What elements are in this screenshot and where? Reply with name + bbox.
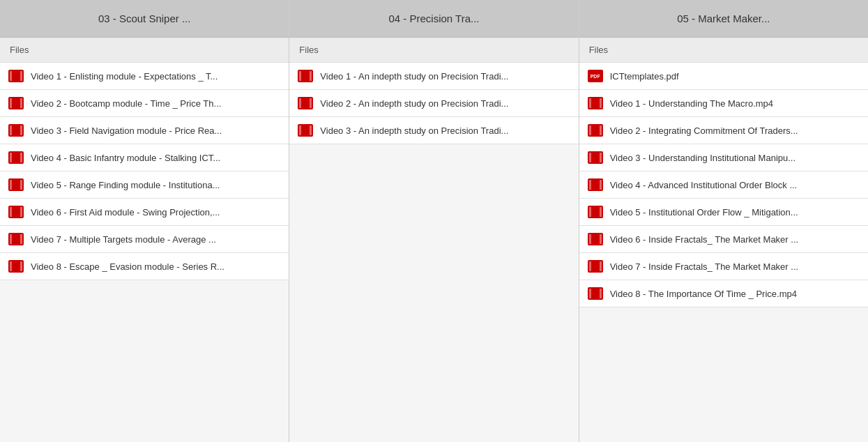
video-icon bbox=[8, 124, 24, 137]
column-header-col3: 05 - Market Maker... bbox=[579, 0, 868, 38]
column-col1: 03 - Scout Sniper ...FilesVideo 1 - Enli… bbox=[0, 0, 289, 442]
list-item[interactable]: Video 3 - Understanding Institutional Ma… bbox=[579, 144, 868, 172]
file-name: Video 4 - Advanced Institutional Order B… bbox=[610, 180, 798, 190]
video-icon bbox=[588, 97, 603, 109]
file-name: Video 8 - Escape _ Evasion module - Seri… bbox=[31, 261, 224, 272]
file-name: Video 3 - Understanding Institutional Ma… bbox=[610, 153, 795, 163]
files-label-col2: Files bbox=[289, 38, 578, 63]
list-item[interactable]: Video 7 - Inside Fractals_ The Market Ma… bbox=[579, 253, 868, 280]
column-col3: 05 - Market Maker...FilesPDFICTtemplates… bbox=[579, 0, 868, 442]
list-item[interactable]: Video 1 - Enlisting module - Expectation… bbox=[0, 63, 289, 90]
video-icon bbox=[588, 260, 603, 273]
list-item[interactable]: Video 5 - Range Finding module - Institu… bbox=[0, 172, 289, 199]
video-icon bbox=[588, 206, 603, 218]
video-icon bbox=[588, 151, 603, 164]
file-name: Video 7 - Multiple Targets module - Aver… bbox=[31, 234, 216, 245]
file-list-col2: Video 1 - An indepth study on Precision … bbox=[289, 63, 578, 144]
file-name: Video 6 - First Aid module - Swing Proje… bbox=[31, 207, 220, 218]
file-name: Video 7 - Inside Fractals_ The Market Ma… bbox=[610, 261, 798, 272]
file-name: Video 5 - Institutional Order Flow _ Mit… bbox=[610, 207, 798, 218]
file-name: Video 1 - Understanding The Macro.mp4 bbox=[610, 98, 773, 109]
file-name: Video 2 - Bootcamp module - Time _ Price… bbox=[31, 98, 221, 109]
video-icon bbox=[588, 178, 603, 191]
video-icon bbox=[8, 151, 24, 164]
video-icon bbox=[8, 178, 24, 191]
list-item[interactable]: Video 4 - Basic Infantry module - Stalki… bbox=[0, 144, 289, 172]
list-item[interactable]: Video 7 - Multiple Targets module - Aver… bbox=[0, 226, 289, 253]
video-icon bbox=[8, 97, 24, 109]
list-item[interactable]: Video 6 - First Aid module - Swing Proje… bbox=[0, 199, 289, 226]
list-item[interactable]: Video 2 - Bootcamp module - Time _ Price… bbox=[0, 90, 289, 117]
list-item[interactable]: Video 3 - An indepth study on Precision … bbox=[289, 117, 578, 144]
file-name: Video 4 - Basic Infantry module - Stalki… bbox=[31, 153, 220, 163]
file-name: Video 2 - An indepth study on Precision … bbox=[320, 98, 508, 109]
video-icon bbox=[8, 233, 24, 245]
list-item[interactable]: Video 2 - An indepth study on Precision … bbox=[289, 90, 578, 117]
column-col2: 04 - Precision Tra...FilesVideo 1 - An i… bbox=[289, 0, 579, 442]
list-item[interactable]: Video 8 - The Importance Of Time _ Price… bbox=[579, 280, 868, 307]
list-item[interactable]: Video 8 - Escape _ Evasion module - Seri… bbox=[0, 253, 289, 280]
video-icon bbox=[588, 124, 603, 137]
video-icon bbox=[8, 70, 24, 82]
list-item[interactable]: Video 4 - Advanced Institutional Order B… bbox=[579, 172, 868, 199]
list-item[interactable]: Video 3 - Field Navigation module - Pric… bbox=[0, 117, 289, 144]
file-name: Video 2 - Integrating Commitment Of Trad… bbox=[610, 125, 798, 136]
list-item[interactable]: Video 1 - Understanding The Macro.mp4 bbox=[579, 90, 868, 117]
list-item[interactable]: Video 1 - An indepth study on Precision … bbox=[289, 63, 578, 90]
list-item[interactable]: Video 6 - Inside Fractals_ The Market Ma… bbox=[579, 226, 868, 253]
file-name: Video 5 - Range Finding module - Institu… bbox=[31, 180, 220, 190]
video-icon bbox=[588, 233, 603, 245]
file-list-col3: PDFICTtemplates.pdfVideo 1 - Understandi… bbox=[579, 63, 868, 307]
main-container: 03 - Scout Sniper ...FilesVideo 1 - Enli… bbox=[0, 0, 868, 442]
list-item[interactable]: PDFICTtemplates.pdf bbox=[579, 63, 868, 90]
column-header-col1: 03 - Scout Sniper ... bbox=[0, 0, 289, 38]
files-label-col1: Files bbox=[0, 38, 289, 63]
column-header-col2: 04 - Precision Tra... bbox=[289, 0, 578, 38]
file-name: Video 3 - Field Navigation module - Pric… bbox=[31, 125, 222, 136]
list-item[interactable]: Video 5 - Institutional Order Flow _ Mit… bbox=[579, 199, 868, 226]
video-icon bbox=[8, 260, 24, 273]
video-icon bbox=[298, 124, 313, 137]
video-icon bbox=[8, 206, 24, 218]
file-name: Video 1 - An indepth study on Precision … bbox=[320, 71, 508, 82]
video-icon bbox=[588, 287, 603, 300]
file-name: Video 8 - The Importance Of Time _ Price… bbox=[610, 289, 797, 299]
pdf-icon: PDF bbox=[588, 70, 603, 82]
video-icon bbox=[298, 70, 313, 82]
video-icon bbox=[298, 97, 313, 109]
files-label-col3: Files bbox=[579, 38, 868, 63]
file-name: Video 3 - An indepth study on Precision … bbox=[320, 125, 508, 136]
list-item[interactable]: Video 2 - Integrating Commitment Of Trad… bbox=[579, 117, 868, 144]
file-name: Video 1 - Enlisting module - Expectation… bbox=[31, 71, 218, 82]
file-list-col1: Video 1 - Enlisting module - Expectation… bbox=[0, 63, 289, 280]
file-name: Video 6 - Inside Fractals_ The Market Ma… bbox=[610, 234, 798, 245]
file-name: ICTtemplates.pdf bbox=[610, 71, 679, 82]
